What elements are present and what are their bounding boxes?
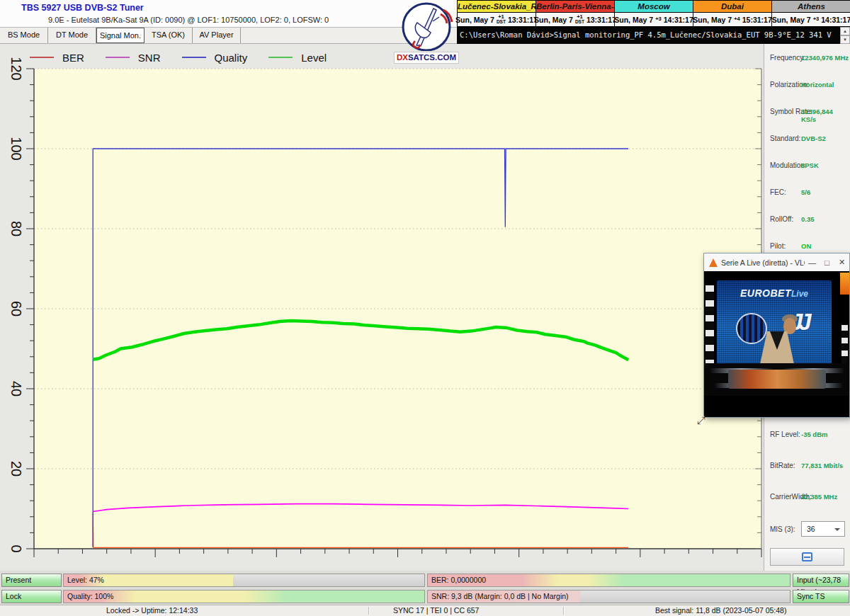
param-value: 77,831 Mbit/s xyxy=(801,462,849,469)
clock-utc-offset: +4 xyxy=(734,17,740,22)
clock-hms: 14:31:17 xyxy=(664,16,693,24)
export-button[interactable] xyxy=(770,548,844,566)
vlc-titlebar[interactable]: Serie A Live (diretta) - VLC ... — □ ✕ xyxy=(704,253,849,271)
channel-corner-logo xyxy=(840,273,849,295)
y-axis-tick-label: 120 xyxy=(1,53,32,84)
level-bar-text: Level: 47% xyxy=(67,574,104,586)
vlc-video-area[interactable]: EUROBETLive JJ xyxy=(704,271,849,417)
param-value: DVB-S2 xyxy=(801,135,849,142)
param-label: Standard: xyxy=(770,135,800,142)
tab-dt-mode[interactable]: DT Mode xyxy=(48,28,96,43)
snr-bar-text: SNR: 9,3 dB (Margin: 0,0 dB | No Margin) xyxy=(431,591,569,603)
param-label: Frequency: xyxy=(770,54,805,62)
param-value: 8PSK xyxy=(801,161,849,169)
clock-hms: 14:31:17 xyxy=(821,16,850,24)
param-value: 31396,844 KS/s xyxy=(801,108,849,123)
clock-city-label: Lučenec-Slovakia_R.Dávid xyxy=(458,1,536,13)
clock-athens: Athens Sun, May 7 +3 14:31:17 xyxy=(772,1,850,26)
param-label: RollOff: xyxy=(770,215,793,223)
chevron-down-icon xyxy=(834,528,840,531)
app-title: TBS 5927 USB DVB-S2 Tuner xyxy=(21,3,144,13)
clock-date: Sun, May 7 xyxy=(693,16,732,24)
present-badge: Present xyxy=(1,574,62,587)
param-label: RF Level: xyxy=(770,430,800,438)
param-label: FEC: xyxy=(770,188,786,196)
y-axis-tick-label: 0 xyxy=(1,533,32,564)
clock-utc-offset: +1DST xyxy=(497,15,506,24)
clock-dubai: Dubai Sun, May 7 +4 15:31:17 xyxy=(693,1,772,26)
clock-time: Sun, May 7 +3 14:31:17 xyxy=(772,13,850,26)
vlc-window-title: Serie A Live (diretta) - VLC ... xyxy=(721,258,805,267)
y-axis-tick-label: 40 xyxy=(1,373,32,404)
quality-bar-text: Quality: 100% xyxy=(67,591,113,603)
param-label: Pilot: xyxy=(770,242,786,250)
tab-signal-mon[interactable]: Signal Mon. xyxy=(96,28,144,43)
clock-moscow: Moscow Sun, May 7 +3 14:31:17 xyxy=(615,1,693,26)
param-label: BitRate: xyxy=(770,462,795,469)
quality-bar-fill xyxy=(64,591,424,603)
input-badge: Input (~23,78 Mbps) xyxy=(793,574,849,587)
y-axis-tick-label: 100 xyxy=(1,133,32,164)
scroll-down-icon[interactable]: ▼ xyxy=(840,35,850,44)
window-header: TBS 5927 USB DVB-S2 Tuner 9.0E - Eutelsa… xyxy=(0,0,457,27)
mis-label: MIS (3): xyxy=(770,525,795,533)
scrollbar[interactable]: ▲ ▼ xyxy=(840,27,850,44)
command-text: C:\Users\Roman Dávid>Signal monitoring_P… xyxy=(460,27,834,44)
y-axis-tick-label: 80 xyxy=(1,213,32,244)
ber-bar-text: BER: 0,0000000 xyxy=(431,574,486,586)
clock-time: Sun, May 7 +1DST 13:31:17 xyxy=(536,13,614,26)
atalanta-logo xyxy=(736,313,767,344)
application-window: { "header": { "title": "TBS 5927 USB DVB… xyxy=(0,0,850,616)
clock-date: Sun, May 7 xyxy=(614,16,653,24)
param-value: -35 dBm xyxy=(801,430,849,438)
signal-chart-panel: BERSNRQualityLevel 020406080100120 xyxy=(0,44,764,571)
dxsatcs-logo: DXSATCS.COM xyxy=(394,1,459,64)
mis-selected-value: 36 xyxy=(807,525,815,533)
tab-bs-mode[interactable]: BS Mode xyxy=(0,28,48,43)
clock-utc-offset: +3 xyxy=(655,17,662,22)
y-axis-tick-label: 20 xyxy=(1,453,32,484)
maximize-button[interactable]: □ xyxy=(820,258,834,267)
statusbar: Locked -> Uptime: 12:14:33 SYNC 17 | TEI… xyxy=(0,605,850,616)
clock-hms: 13:31:17 xyxy=(508,16,538,24)
studio-desk xyxy=(728,370,826,389)
clock-utc-offset: +1DST xyxy=(575,15,584,24)
param-value: 42,385 MHz xyxy=(801,493,849,501)
satellite-info: 9.0E - Eutelsat 9B/Ka-Sat 9A (ID: 0090) … xyxy=(48,16,329,24)
command-prompt[interactable]: C:\Users\Roman Dávid>Signal monitoring_P… xyxy=(457,27,850,44)
minimize-button[interactable]: — xyxy=(805,258,820,267)
param-value: Horizontal xyxy=(801,81,849,89)
best-signal-text: Best signal: 11,8 dB (2023-05-07 05:48) xyxy=(655,606,786,615)
scroll-up-icon[interactable]: ▲ xyxy=(840,27,850,35)
clock-time: Sun, May 7 +1DST 13:31:17 xyxy=(458,13,536,26)
vlc-window[interactable]: Serie A Live (diretta) - VLC ... — □ ✕ E… xyxy=(703,253,850,418)
ber-bar: BER: 0,0000000 xyxy=(427,574,790,587)
studio-light-strip xyxy=(706,285,714,365)
resize-cursor-icon: ⤢ xyxy=(697,414,706,427)
param-value: 12340,976 MHz xyxy=(801,54,849,62)
clock-date: Sun, May 7 xyxy=(455,16,494,24)
sync-info-text: SYNC 17 | TEI 0 | CC 657 xyxy=(393,606,479,615)
studio-desk-zone xyxy=(704,363,849,396)
clock-hms: 15:31:17 xyxy=(742,16,772,24)
tab-tsa[interactable]: TSA (OK) xyxy=(144,28,193,43)
divider xyxy=(368,607,369,615)
satellite-dish-icon xyxy=(394,1,459,51)
y-axis-tick-label: 60 xyxy=(1,293,32,324)
divider xyxy=(563,607,564,615)
uptime-text: Locked -> Uptime: 12:14:33 xyxy=(106,606,198,615)
clock-city-label: Athens xyxy=(772,1,850,13)
tab-av-player[interactable]: AV Player xyxy=(193,28,241,43)
eurobet-live-logo: EUROBETLive xyxy=(717,287,832,300)
clock-berlin: Berlin-Paris-Vienna-Belgrade Sun, May 7 … xyxy=(536,1,615,26)
sync-ts-badge: Sync TS xyxy=(793,590,849,603)
clock-time: Sun, May 7 +3 14:31:17 xyxy=(615,13,693,26)
close-button[interactable]: ✕ xyxy=(834,258,849,267)
clock-date: Sun, May 7 xyxy=(772,16,811,24)
clock-city-label: Berlin-Paris-Vienna-Belgrade xyxy=(536,1,614,13)
signal-chart-plot xyxy=(0,44,764,571)
mis-dropdown[interactable]: 36 xyxy=(801,521,845,537)
param-value: ON xyxy=(801,242,849,250)
clock-lucenec: Lučenec-Slovakia_R.Dávid Sun, May 7 +1DS… xyxy=(458,1,536,26)
clock-city-label: Dubai xyxy=(693,1,771,13)
